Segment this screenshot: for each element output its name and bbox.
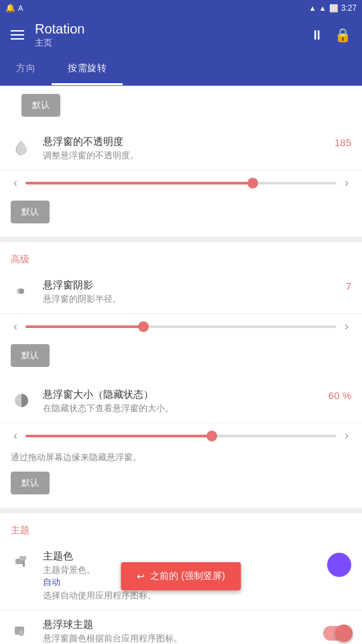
hidden-size-slider-row: ‹ › bbox=[0, 423, 362, 448]
float-theme-toggle[interactable] bbox=[323, 626, 351, 641]
title-group: Rotation 主页 bbox=[35, 21, 85, 49]
wifi-icon: ▲ bbox=[309, 4, 316, 12]
float-theme-icon bbox=[11, 622, 32, 643]
notification-icon: 🔔 bbox=[5, 3, 15, 13]
tab-button-rotation[interactable]: 按需旋转 bbox=[52, 54, 123, 85]
app-title: Rotation bbox=[35, 21, 85, 37]
status-bar-left: 🔔 A bbox=[5, 3, 23, 13]
shadow-title: 悬浮窗阴影 bbox=[43, 279, 307, 292]
battery-icon: ⬜ bbox=[329, 4, 339, 13]
toolbar: Rotation 主页 ⏸ 🔒 bbox=[0, 16, 362, 54]
shadow-slider-track[interactable] bbox=[25, 325, 337, 328]
snackbar-label: 之前的 (强制竖屏) bbox=[150, 570, 225, 582]
svg-rect-8 bbox=[19, 631, 23, 636]
theme-section-title: 主题 bbox=[11, 525, 29, 535]
opacity-slider-row: ‹ › bbox=[0, 170, 362, 195]
hidden-size-note: 通过拖动屏幕边缘来隐藏悬浮窗。 bbox=[11, 452, 141, 462]
opacity-decrease-button[interactable]: ‹ bbox=[11, 173, 20, 193]
snackbar-icon: ↩ bbox=[137, 571, 145, 582]
opacity-desc: 调整悬浮窗的不透明度。 bbox=[43, 150, 307, 162]
opacity-slider-fill bbox=[25, 182, 253, 184]
hidden-size-title: 悬浮窗大小（隐藏状态） bbox=[43, 388, 307, 401]
svg-point-2 bbox=[19, 288, 24, 294]
hidden-size-value: 60 % bbox=[318, 390, 351, 401]
hidden-size-slider-track[interactable] bbox=[25, 435, 337, 437]
opacity-title: 悬浮窗的不透明度 bbox=[43, 136, 307, 148]
hidden-size-default-button[interactable]: 默认 bbox=[11, 472, 50, 494]
android-icon: A bbox=[18, 4, 23, 12]
hidden-size-content: 悬浮窗大小（隐藏状态） 在隐藏状态下查看悬浮窗的大小。 bbox=[43, 388, 307, 415]
theme-color-title: 主题色 bbox=[43, 550, 316, 563]
card-advanced: 高级 悬浮窗阴影 悬浮窗的阴影半径。 7 ‹ › bbox=[0, 242, 362, 508]
svg-rect-5 bbox=[19, 556, 26, 560]
advanced-section-title: 高级 bbox=[11, 254, 29, 264]
app-subtitle: 主页 bbox=[35, 37, 85, 49]
hidden-size-decrease-button[interactable]: ‹ bbox=[11, 426, 20, 445]
shadow-icon bbox=[11, 280, 32, 302]
toolbar-right: ⏸ 🔒 bbox=[310, 27, 351, 43]
status-bar-right: ▲ ▲ ⬜ 3:27 bbox=[309, 3, 357, 13]
hidden-size-slider-thumb bbox=[206, 431, 217, 441]
theme-section-header: 主题 bbox=[0, 513, 362, 542]
toolbar-left: Rotation 主页 bbox=[11, 21, 85, 49]
opacity-content: 悬浮窗的不透明度 调整悬浮窗的不透明度。 bbox=[43, 136, 307, 162]
theme-color-icon bbox=[11, 551, 32, 573]
advanced-section-header: 高级 bbox=[0, 242, 362, 271]
opacity-slider-track[interactable] bbox=[25, 182, 337, 184]
hidden-size-icon bbox=[11, 390, 32, 411]
toggle-knob bbox=[335, 625, 353, 642]
menu-button[interactable] bbox=[11, 30, 24, 40]
signal-icon: ▲ bbox=[319, 4, 326, 12]
hidden-size-increase-button[interactable]: › bbox=[342, 426, 351, 445]
shadow-slider-thumb bbox=[138, 321, 149, 332]
pause-button[interactable]: ⏸ bbox=[310, 28, 324, 43]
hidden-size-note-wrapper: 通过拖动屏幕边缘来隐藏悬浮窗。 bbox=[0, 448, 362, 469]
opacity-value: 185 bbox=[318, 137, 351, 148]
shadow-slider-row: ‹ › bbox=[0, 314, 362, 339]
hidden-size-row: 悬浮窗大小（隐藏状态） 在隐藏状态下查看悬浮窗的大小。 60 % bbox=[0, 380, 362, 423]
snackbar-button[interactable]: ↩ 之前的 (强制竖屏) bbox=[121, 562, 241, 590]
tab-orientation[interactable]: 方向 bbox=[0, 54, 52, 85]
shadow-value: 7 bbox=[318, 280, 351, 292]
shadow-default-button[interactable]: 默认 bbox=[11, 344, 50, 367]
card-top: 默认 悬浮窗的不透明度 调整悬浮窗的不透明度。 185 ‹ bbox=[0, 86, 362, 237]
opacity-icon bbox=[11, 137, 32, 158]
tabs-bar: 方向 按需旋转 bbox=[0, 54, 362, 86]
hidden-size-slider-fill bbox=[25, 435, 212, 437]
float-theme-content: 悬浮球主题 悬浮窗颜色根据前台应用程序图标。 bbox=[43, 619, 312, 644]
shadow-slider-fill bbox=[25, 325, 143, 328]
float-theme-title: 悬浮球主题 bbox=[43, 619, 312, 631]
theme-color-dot bbox=[327, 553, 351, 577]
svg-rect-6 bbox=[23, 561, 25, 567]
auto-desc: 选择自动使用应用程序图标。 bbox=[43, 590, 316, 602]
shadow-decrease-button[interactable]: ‹ bbox=[11, 317, 20, 336]
content-area: 默认 悬浮窗的不透明度 调整悬浮窗的不透明度。 185 ‹ bbox=[0, 86, 362, 644]
opacity-increase-button[interactable]: › bbox=[342, 173, 351, 193]
opacity-default-button[interactable]: 默认 bbox=[11, 201, 50, 223]
float-theme-row[interactable]: 悬浮球主题 悬浮窗颜色根据前台应用程序图标。 bbox=[0, 610, 362, 644]
shadow-setting-row: 悬浮窗阴影 悬浮窗的阴影半径。 7 bbox=[0, 271, 362, 314]
hidden-size-desc: 在隐藏状态下查看悬浮窗的大小。 bbox=[43, 402, 307, 415]
float-theme-desc: 悬浮窗颜色根据前台应用程序图标。 bbox=[43, 633, 312, 644]
hidden-size-default-btn-wrapper: 默认 bbox=[0, 469, 362, 508]
lock-button[interactable]: 🔒 bbox=[335, 27, 351, 43]
shadow-content: 悬浮窗阴影 悬浮窗的阴影半径。 bbox=[43, 279, 307, 305]
time-display: 3:27 bbox=[341, 3, 357, 13]
status-bar: 🔔 A ▲ ▲ ⬜ 3:27 bbox=[0, 0, 362, 16]
opacity-setting-row: 悬浮窗的不透明度 调整悬浮窗的不透明度。 185 bbox=[0, 127, 362, 170]
shadow-default-btn-wrapper: 默认 bbox=[0, 339, 362, 380]
shadow-desc: 悬浮窗的阴影半径。 bbox=[43, 293, 307, 305]
opacity-default-btn-wrapper: 默认 bbox=[0, 195, 362, 237]
default-button-1[interactable]: 默认 bbox=[21, 94, 60, 117]
opacity-slider-thumb bbox=[247, 178, 258, 189]
shadow-increase-button[interactable]: › bbox=[342, 317, 351, 336]
default-btn-1-wrapper: 默认 bbox=[0, 86, 362, 127]
